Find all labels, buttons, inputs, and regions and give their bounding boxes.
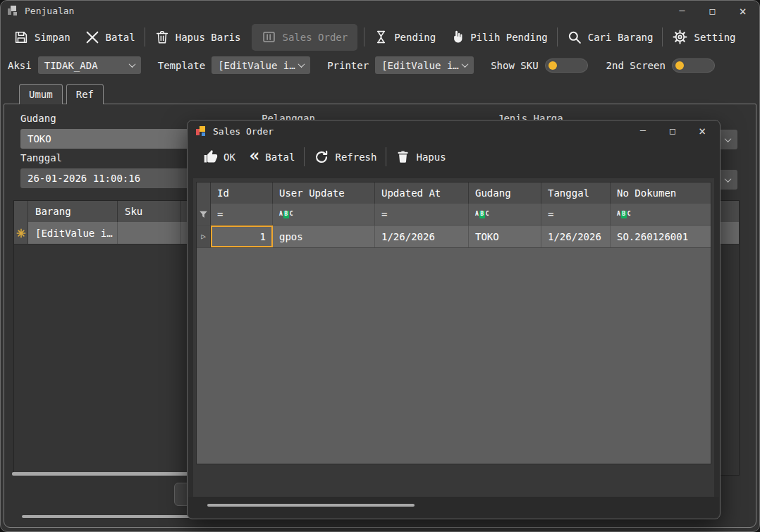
cell-updated-at[interactable]: 1/26/2026 <box>375 225 469 247</box>
gudang-label: Gudang <box>20 113 56 124</box>
ok-button[interactable]: OK <box>196 144 243 171</box>
refresh-label: Refresh <box>335 151 376 163</box>
maximize-icon: □ <box>670 125 675 136</box>
dialog-hapus-button[interactable]: Hapus <box>388 144 453 171</box>
minimize-button[interactable]: ─ <box>667 1 697 21</box>
simpan-label: Simpan <box>35 32 71 43</box>
tab-strip: Umum Ref <box>19 84 104 104</box>
minimize-icon: ─ <box>640 125 646 136</box>
dialog-hscrollbar[interactable] <box>207 504 415 507</box>
refresh-icon <box>314 149 329 165</box>
cell-user-update[interactable]: gpos <box>273 225 375 247</box>
toolbar-separator <box>557 27 558 47</box>
cell-barang[interactable]: [EditValue i… <box>28 222 118 244</box>
column-header-id[interactable]: Id <box>211 183 273 204</box>
hand-pointer-icon <box>450 30 465 44</box>
template-label: Template <box>158 60 205 71</box>
gudang-value: TOKO <box>27 133 51 144</box>
tab-ref[interactable]: Ref <box>66 84 104 104</box>
printer-select[interactable]: [EditValue i… <box>375 56 474 74</box>
dialog-window-controls: ─ □ × <box>628 120 717 141</box>
abc-filter-icon: ABC <box>475 211 489 218</box>
hourglass-icon <box>374 30 388 44</box>
hapus-baris-button[interactable]: Hapus Baris <box>147 24 248 51</box>
header-indicator-cell <box>14 201 28 222</box>
toggle-thumb <box>675 61 684 70</box>
filter-cell-id[interactable]: = <box>211 204 273 225</box>
dialog-close-button[interactable]: × <box>687 120 717 141</box>
column-header-updated-at[interactable]: Updated At <box>375 183 469 204</box>
refresh-button[interactable]: Refresh <box>307 144 384 171</box>
column-header-sku[interactable]: Sku <box>118 201 181 222</box>
trash-icon <box>154 30 170 45</box>
sales-order-dialog: Sales Order ─ □ × OK « Batal Refresh <box>187 120 721 519</box>
dialog-titlebar: Sales Order ─ □ × <box>188 120 720 142</box>
cari-barang-button[interactable]: Cari Barang <box>560 24 661 51</box>
tab-umum-label: Umum <box>29 89 53 100</box>
search-icon <box>567 30 582 45</box>
cell-tanggal[interactable]: 1/26/2026 <box>541 225 611 247</box>
filter-indicator-cell <box>197 204 211 225</box>
dialog-title: Sales Order <box>213 126 274 137</box>
setting-label: Setting <box>694 32 735 43</box>
column-header-barang[interactable]: Barang <box>28 201 118 222</box>
pilih-pending-button[interactable]: Pilih Pending <box>443 24 555 51</box>
sales-order-button[interactable]: Sales Order <box>252 24 357 51</box>
close-button[interactable]: × <box>728 1 758 21</box>
printer-label: Printer <box>327 60 369 71</box>
batal-button[interactable]: Batal <box>78 24 142 51</box>
cell-no-dokumen[interactable]: SO.260126001 <box>611 225 711 247</box>
second-screen-label: 2nd Screen <box>606 60 666 71</box>
filter-cell-no-dokumen[interactable]: ABC <box>611 204 711 225</box>
dialog-scrollbar-area <box>188 497 719 518</box>
chevron-down-icon <box>725 175 732 183</box>
header-indicator-cell <box>197 183 211 204</box>
controls-row: Aksi TIDAK_ADA Template [EditValue i… Pr… <box>1 54 759 77</box>
abc-filter-icon: ABC <box>617 211 630 218</box>
cell-id[interactable]: 1 <box>211 225 273 247</box>
maximize-button[interactable]: □ <box>697 1 728 21</box>
aksi-select[interactable]: TIDAK_ADA <box>38 56 141 74</box>
pending-button[interactable]: Pending <box>367 24 443 51</box>
filter-cell-updated-at[interactable]: = <box>375 204 469 225</box>
simpan-button[interactable]: Simpan <box>6 24 78 51</box>
dialog-minimize-button[interactable]: ─ <box>628 120 658 141</box>
toolbar-separator <box>364 27 364 47</box>
x-icon <box>85 30 100 45</box>
column-header-no-dokumen[interactable]: No Dokumen <box>611 183 711 204</box>
tab-umum[interactable]: Umum <box>19 84 63 104</box>
show-sku-toggle[interactable] <box>545 58 588 73</box>
column-header-user-update[interactable]: User Update <box>273 183 375 204</box>
column-header-tanggal[interactable]: Tanggal <box>541 183 611 204</box>
cell-sku[interactable] <box>118 222 181 244</box>
pending-label: Pending <box>394 32 436 43</box>
tanggal-label: Tanggal <box>20 152 62 163</box>
edit-row-indicator <box>14 222 28 244</box>
dialog-maximize-button[interactable]: □ <box>658 120 687 141</box>
equals-filter-icon: = <box>217 209 223 220</box>
filter-cell-user-update[interactable]: ABC <box>273 204 375 225</box>
dialog-app-icon <box>196 126 207 137</box>
setting-button[interactable]: Setting <box>665 24 742 51</box>
cell-gudang[interactable]: TOKO <box>469 225 541 247</box>
second-screen-toggle[interactable] <box>672 58 715 73</box>
filter-cell-gudang[interactable]: ABC <box>469 204 541 225</box>
aksi-value: TIDAK_ADA <box>44 60 98 71</box>
template-select[interactable]: [EditValue i… <box>212 56 310 74</box>
table-row[interactable]: ▷ 1 gpos 1/26/2026 TOKO 1/26/2026 SO.260… <box>197 225 711 248</box>
batal-label: Batal <box>106 32 135 43</box>
main-titlebar: Penjualan ─ □ × <box>1 1 759 20</box>
gear-icon <box>672 29 688 45</box>
pilih-pending-label: Pilih Pending <box>470 32 548 43</box>
abc-filter-icon: ABC <box>279 211 293 218</box>
dialog-batal-label: Batal <box>265 151 295 163</box>
grid-filter-row: = ABC = ABC = ABC <box>197 204 711 225</box>
chevron-down-icon <box>128 61 135 68</box>
tab-ref-label: Ref <box>76 89 94 100</box>
column-header-gudang[interactable]: Gudang <box>469 183 541 204</box>
dialog-batal-button[interactable]: « Batal <box>243 144 302 171</box>
cari-barang-label: Cari Barang <box>588 32 654 43</box>
maximize-icon: □ <box>710 6 716 16</box>
filter-cell-tanggal[interactable]: = <box>541 204 611 225</box>
chevron-down-icon <box>462 61 469 68</box>
